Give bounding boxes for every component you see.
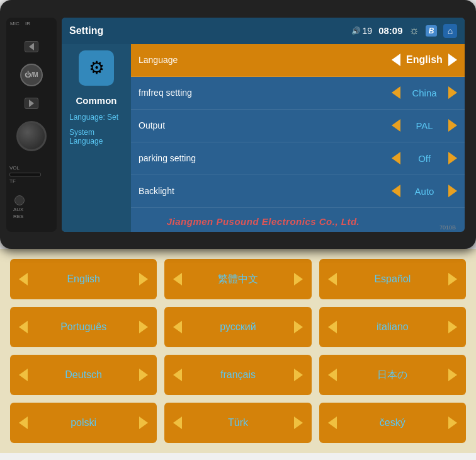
time-display: 08:09 [378,25,402,36]
lang-cell-3[interactable]: Português [10,307,157,347]
screen-settings: LanguageEnglishfmfreq settingChinaOutput… [131,44,465,232]
lang-arrow-right-0[interactable] [139,273,148,285]
lang-name-2: Español [337,273,448,285]
setting-value-1: China [405,88,443,98]
setting-arrow-right-4[interactable] [448,185,457,197]
lang-arrow-left-7[interactable] [173,369,182,381]
lang-name-4: русский [182,321,293,333]
sidebar-item-system-language[interactable]: System Language [67,127,126,147]
setting-value-container-3: Off [392,152,457,164]
setting-row-4[interactable]: BacklightAuto [131,175,465,208]
side-labels: VOL TF [9,165,54,184]
setting-arrow-left-1[interactable] [392,86,400,99]
lang-cell-2[interactable]: Español [319,259,466,299]
setting-row-0[interactable]: LanguageEnglish [131,44,465,77]
lang-arrow-left-6[interactable] [19,369,28,381]
home-button[interactable]: ⌂ [443,24,457,38]
power-button[interactable]: ⏻/M [20,64,43,86]
setting-row-1[interactable]: fmfreq settingChina [131,77,465,110]
lang-name-10: Türk [182,417,293,428]
lang-cell-0[interactable]: English [10,259,157,299]
setting-label-3: parking setting [139,153,392,163]
lang-arrow-right-7[interactable] [294,369,303,381]
lang-name-11: český [337,417,448,428]
setting-arrow-right-2[interactable] [448,119,457,132]
lang-arrow-left-3[interactable] [19,321,28,333]
lang-arrow-left-11[interactable] [328,417,337,429]
skip-next-row [25,98,38,109]
lang-arrow-left-10[interactable] [173,417,182,429]
setting-value-container-4: Auto [392,185,457,197]
gear-icon-container: ⚙ [67,50,126,86]
setting-row-3[interactable]: parking settingOff [131,142,465,175]
lang-arrow-right-3[interactable] [139,321,148,333]
lang-arrow-right-6[interactable] [139,369,148,381]
setting-label-2: Output [139,120,392,130]
lang-arrow-left-5[interactable] [328,321,337,333]
lang-cell-1[interactable]: 繁體中文 [164,259,311,299]
lang-arrow-left-1[interactable] [173,273,182,285]
lang-arrow-left-9[interactable] [19,417,28,429]
power-row: ⏻/M [20,64,43,86]
setting-row-2[interactable]: OutputPAL [131,110,465,142]
lang-cell-4[interactable]: русский [164,307,311,347]
lang-arrow-right-2[interactable] [448,273,457,285]
sidebar-item-language-set[interactable]: Language: Set [67,112,126,123]
setting-arrow-right-3[interactable] [448,152,457,164]
skip-next-icon [29,100,34,107]
gear-icon-box: ⚙ [79,50,114,86]
vol-label: VOL [9,165,20,171]
skip-prev-row [25,41,38,52]
lang-name-9: polski [28,417,139,428]
lang-arrow-left-2[interactable] [328,273,337,285]
lang-cell-11[interactable]: český [319,403,466,443]
home-icon-symbol: ⌂ [448,26,453,36]
lang-arrow-right-1[interactable] [294,273,303,285]
setting-value-2: PAL [405,120,443,131]
lang-arrow-left-4[interactable] [173,321,182,333]
setting-label-4: Backlight [139,186,392,196]
lang-arrow-right-5[interactable] [448,321,457,333]
lang-arrow-left-8[interactable] [328,369,337,381]
screen-sidebar: ⚙ Common Language: Set System Language [62,44,131,232]
lang-cell-8[interactable]: 日本の [319,355,466,395]
ir-label: IR [25,21,30,26]
lang-cell-5[interactable]: italiano [319,307,466,347]
setting-arrow-right-1[interactable] [448,86,457,99]
lang-cell-9[interactable]: polski [10,403,157,443]
volume-area: 🔊 19 [351,26,373,36]
lang-cell-10[interactable]: Türk [164,403,311,443]
lang-arrow-right-10[interactable] [294,417,303,429]
setting-arrow-left-0[interactable] [392,54,400,66]
screen-header: Setting 🔊 19 08:09 ☼ B ⌂ [62,18,465,44]
volume-number: 19 [363,26,373,36]
lang-name-7: français [182,369,293,381]
screen-title: Setting [69,25,345,37]
lang-cell-6[interactable]: Deutsch [10,355,157,395]
bluetooth-icon: B [426,25,437,37]
lang-arrow-right-4[interactable] [294,321,303,333]
skip-prev-button[interactable] [25,41,38,52]
setting-arrow-left-2[interactable] [392,119,400,132]
setting-label-1: fmfreq setting [139,88,392,98]
setting-arrow-right-0[interactable] [448,54,457,66]
aux-res-area: AUX RES [9,195,54,219]
lang-arrow-right-11[interactable] [448,417,457,429]
lang-name-0: English [28,273,139,285]
car-unit: MIC IR ⏻/M VOL TF AUX RES [0,0,476,249]
setting-value-container-1: China [392,86,457,99]
setting-arrow-left-4[interactable] [392,185,400,197]
volume-icon: 🔊 [351,26,361,35]
skip-next-button[interactable] [25,98,38,109]
setting-value-container-2: PAL [392,119,457,132]
lang-arrow-right-9[interactable] [139,417,148,429]
gear-icon: ⚙ [89,57,105,78]
lang-arrow-right-8[interactable] [448,369,457,381]
lang-cell-7[interactable]: français [164,355,311,395]
lang-name-5: italiano [337,321,448,333]
setting-arrow-left-3[interactable] [392,152,400,164]
lang-arrow-left-0[interactable] [19,273,28,285]
volume-knob[interactable] [16,121,47,151]
brightness-icon: ☼ [409,24,420,37]
aux-port [14,195,25,205]
